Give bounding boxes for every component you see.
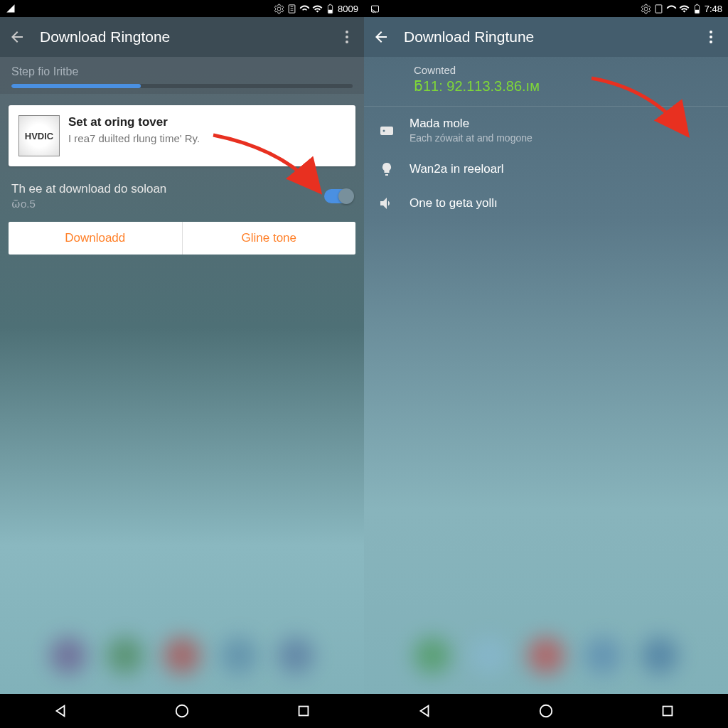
app-title: Download Ringtune — [404, 28, 688, 46]
svg-point-12 — [710, 41, 712, 43]
battery-icon — [692, 4, 702, 14]
progress-bar — [11, 84, 353, 88]
gear-icon — [274, 4, 284, 14]
right-screen: 7:48 Download Ringtune Cownted ƃ11: 92.1… — [364, 0, 728, 728]
svg-point-3 — [346, 36, 348, 38]
divider — [364, 106, 728, 107]
svg-point-4 — [346, 41, 348, 43]
app-bar: Download Ringtune — [364, 17, 728, 57]
nav-recent-icon[interactable] — [296, 703, 311, 719]
ringtone-card[interactable]: HVDIC Set at oring tover I rea7 duilted … — [9, 105, 355, 166]
list-item-wan[interactable]: Wan2a in reeloarl — [364, 152, 728, 186]
info-block: Cownted ƃ11: 92.113.3.86.ıм — [364, 57, 728, 105]
battery-icon — [325, 4, 336, 14]
setting-sub: ѿo.5 — [11, 198, 316, 210]
svg-rect-16 — [663, 707, 672, 716]
wifi-sync-icon — [666, 4, 677, 14]
setting-row: Th ee at download do soloan ѿo.5 — [0, 178, 364, 215]
app-title: Download Ringtone — [40, 28, 324, 46]
overflow-menu-icon[interactable] — [702, 28, 719, 46]
svg-rect-9 — [695, 9, 699, 12]
nav-bar — [364, 694, 728, 728]
svg-point-14 — [383, 130, 385, 132]
sim-icon — [287, 4, 297, 14]
status-time: 8009 — [338, 4, 358, 14]
home-dock — [364, 609, 728, 694]
card-subtitle: I rea7 duilted rlung time' Ry. — [68, 132, 346, 146]
card-app-icon: HVDIC — [18, 115, 60, 156]
svg-rect-1 — [328, 9, 332, 12]
sim-icon — [653, 4, 664, 14]
status-bar: 7:48 — [364, 0, 728, 17]
status-time: 7:48 — [705, 4, 722, 14]
nav-bar — [0, 694, 364, 728]
overflow-menu-icon[interactable] — [338, 28, 355, 46]
list-title: Mada mole — [410, 117, 714, 131]
wifi-icon — [679, 4, 690, 14]
card-content: Set at oring tover I rea7 duilted rlung … — [68, 115, 346, 146]
back-arrow-icon[interactable] — [9, 28, 26, 46]
list-title: Wan2a in reeloarl — [410, 162, 714, 176]
list-item-one[interactable]: One to geta yollı — [364, 186, 728, 220]
gear-icon — [641, 4, 651, 14]
bulb-icon — [378, 161, 395, 178]
cast-icon — [370, 4, 380, 14]
nav-back-icon[interactable] — [53, 703, 68, 719]
signal-icon — [6, 4, 16, 14]
app-bar: Download Ringtone — [0, 17, 364, 57]
svg-point-11 — [710, 36, 712, 38]
progress-fill — [11, 84, 141, 88]
card-title: Set at oring tover — [68, 115, 346, 129]
nav-home-icon[interactable] — [538, 703, 554, 719]
svg-point-10 — [710, 31, 712, 33]
svg-point-15 — [540, 705, 552, 717]
setting-title: Th ee at download do soloan — [11, 182, 316, 196]
toggle-switch[interactable] — [324, 189, 353, 203]
left-screen: 8009 Download Ringtone Step fio Iritbe H… — [0, 0, 364, 728]
svg-rect-6 — [299, 707, 308, 716]
svg-rect-8 — [655, 4, 662, 12]
info-value: ƃ11: 92.113.3.86.ıм — [414, 77, 711, 95]
card-icon — [378, 122, 395, 139]
list-item-media[interactable]: Mada mole Each zówait at and mogone — [364, 108, 728, 152]
button-row: Downloadd Gline tone — [9, 222, 355, 255]
svg-rect-0 — [289, 4, 295, 12]
nav-back-icon[interactable] — [417, 703, 432, 719]
back-arrow-icon[interactable] — [373, 28, 390, 46]
list-title: One to geta yollı — [410, 196, 714, 210]
download-button[interactable]: Downloadd — [9, 222, 183, 255]
svg-rect-13 — [380, 127, 393, 135]
wifi-icon — [312, 4, 323, 14]
step-section: Step fio Iritbe — [0, 57, 364, 94]
nav-home-icon[interactable] — [174, 703, 190, 719]
glinetone-button[interactable]: Gline tone — [183, 222, 356, 255]
toggle-thumb — [338, 188, 354, 204]
status-bar: 8009 — [0, 0, 364, 17]
wifi-sync-icon — [299, 4, 310, 14]
list-sub: Each zówait at and mogone — [410, 132, 714, 144]
svg-point-5 — [176, 705, 188, 717]
step-label: Step fio Iritbe — [11, 65, 353, 78]
svg-point-2 — [346, 31, 348, 33]
nav-recent-icon[interactable] — [660, 703, 675, 719]
volume-icon — [378, 195, 395, 212]
home-dock — [0, 609, 364, 694]
info-label: Cownted — [414, 64, 711, 76]
